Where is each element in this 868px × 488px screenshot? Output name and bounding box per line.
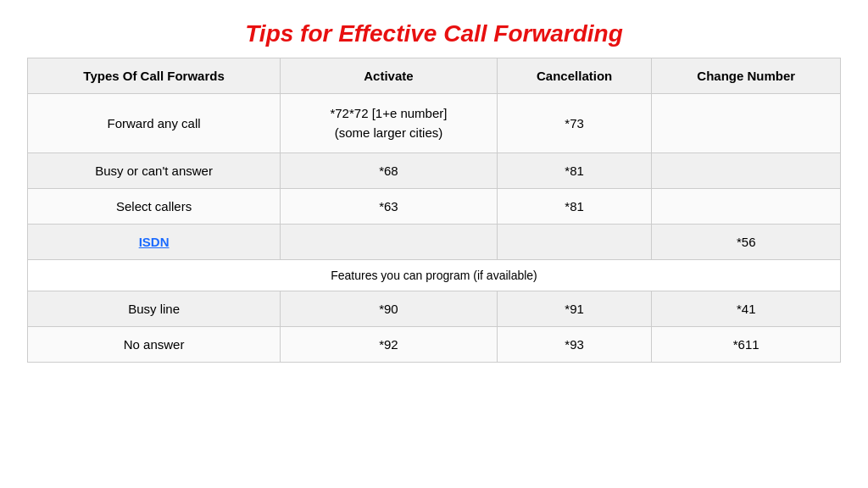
table-row: Busy or can't answer*68*81 <box>28 153 841 189</box>
activate-cell <box>281 225 498 260</box>
type-cell: No answer <box>28 327 281 363</box>
cancellation-cell <box>497 225 652 260</box>
change-number-cell <box>652 189 841 225</box>
activate-cell: *92 <box>281 327 498 363</box>
activate-cell: *90 <box>281 291 498 327</box>
table-row: Select callers*63*81 <box>28 189 841 225</box>
section-header-cell: Features you can program (if available) <box>28 260 841 291</box>
cancellation-cell: *81 <box>497 189 652 225</box>
table-row: Features you can program (if available) <box>28 260 841 291</box>
activate-cell: *68 <box>281 153 498 189</box>
change-number-cell <box>652 94 841 153</box>
type-cell: Select callers <box>28 189 281 225</box>
activate-cell: *63 <box>281 189 498 225</box>
table-row: Busy line*90*91*41 <box>28 291 841 327</box>
type-cell[interactable]: ISDN <box>28 225 281 260</box>
type-cell: Busy line <box>28 291 281 327</box>
cancellation-cell: *91 <box>497 291 652 327</box>
col-header-type: Types Of Call Forwards <box>28 58 281 94</box>
type-cell: Busy or can't answer <box>28 153 281 189</box>
change-number-cell: *41 <box>652 291 841 327</box>
table-row: No answer*92*93*611 <box>28 327 841 363</box>
change-number-cell <box>652 153 841 189</box>
change-number-cell: *56 <box>652 225 841 260</box>
table-row: ISDN*56 <box>28 225 841 260</box>
page-title: Tips for Effective Call Forwarding <box>27 8 841 58</box>
table-header-row: Types Of Call Forwards Activate Cancella… <box>28 58 841 94</box>
isdn-link[interactable]: ISDN <box>139 235 170 249</box>
col-header-activate: Activate <box>281 58 498 94</box>
call-forward-table: Types Of Call Forwards Activate Cancella… <box>27 58 841 363</box>
type-cell: Forward any call <box>28 94 281 153</box>
cancellation-cell: *93 <box>497 327 652 363</box>
cancellation-cell: *81 <box>497 153 652 189</box>
cancellation-cell: *73 <box>497 94 652 153</box>
change-number-cell: *611 <box>652 327 841 363</box>
col-header-cancellation: Cancellation <box>497 58 652 94</box>
col-header-change-number: Change Number <box>652 58 841 94</box>
activate-cell: *72*72 [1+e number](some larger cities) <box>281 94 498 153</box>
page-container: Tips for Effective Call Forwarding Types… <box>27 8 841 363</box>
table-row: Forward any call*72*72 [1+e number](some… <box>28 94 841 153</box>
